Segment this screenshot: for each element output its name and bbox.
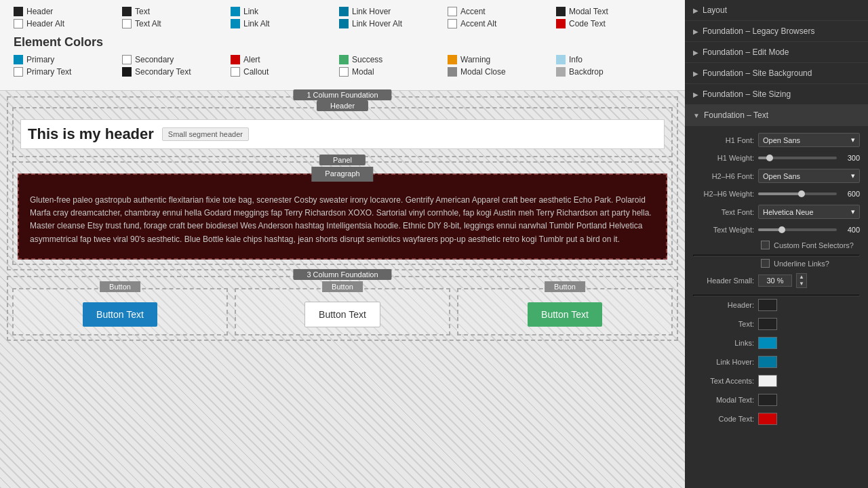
link-swatch [231,7,240,16]
secondary-text-swatch [122,67,132,77]
sidebar-item-label: Foundation – Site Sizing [703,89,860,99]
color-row-1: Header Text Link Link Hover Accent Modal… [14,7,671,16]
color-item-info: Info [556,55,665,64]
header-text: This is my header [28,125,154,143]
header-badge: Small segment header [162,127,249,141]
link-hover-alt-swatch [339,19,349,28]
modal-text-color-row: Modal Text: [693,394,860,406]
primary-text-checkbox[interactable] [14,67,23,77]
alert-label: Alert [243,55,260,64]
slider-track [758,157,837,159]
accent-checkbox[interactable] [448,7,457,16]
header-small-spinner[interactable]: ▲ ▼ [796,273,807,288]
text-weight-slider[interactable] [758,228,837,231]
modal-close-swatch [448,67,457,77]
sidebar-item-label: Foundation – Legacy Browsers [703,26,860,36]
sidebar-item-label: Layout [703,5,860,15]
arrow-icon: ▶ [693,70,698,77]
link-hover-color-label: Link Hover: [693,358,754,366]
color-item-warning: Warning [448,55,556,64]
col-2-button[interactable]: Button Text [304,302,380,327]
h1-weight-slider[interactable] [758,157,837,159]
custom-font-checkbox[interactable] [761,241,770,249]
links-color-swatch[interactable] [758,337,777,349]
underline-links-label: Underline Links? [774,260,829,268]
accent-alt-label: Accent Alt [460,19,496,28]
chevron-down-icon: ▾ [851,136,855,144]
sidebar-settings: H1 Font: Open Sans ▾ H1 Weight: 300 H2–H… [685,126,868,439]
modal-text-color-swatch[interactable] [758,394,777,406]
three-column-section: 3 Column Foundation Button Button Text B… [7,276,678,341]
h2h6-weight-value: 600 [841,190,860,198]
code-text-color-row: Code Text: [693,413,860,425]
one-column-section: 1 Column Foundation Header This is my he… [7,96,678,270]
spinner-down[interactable]: ▼ [797,281,806,287]
sidebar-item-edit-mode[interactable]: ▶ Foundation – Edit Mode [685,42,868,63]
code-text-color-swatch[interactable] [758,413,777,425]
links-color-row: Links: [693,337,860,349]
col-3-button[interactable]: Button Text [528,302,602,327]
text-font-select[interactable]: Helvetica Neue ▾ [758,205,860,219]
h2h6-weight-slider[interactable] [758,192,837,195]
right-sidebar: ▶ Layout ▶ Foundation – Legacy Browsers … [685,0,868,488]
color-item-modal: Modal [339,67,448,77]
spinner-up[interactable]: ▲ [797,274,806,281]
header-inner: This is my header Small segment header [20,119,665,149]
col-1-button[interactable]: Button Text [83,302,157,327]
header-section: Header This is my header Small segment h… [12,107,673,157]
modal-text-color-label: Modal Text: [693,396,754,404]
backdrop-swatch [556,67,566,77]
sidebar-item-layout[interactable]: ▶ Layout [685,0,868,21]
link-hover-color-swatch[interactable] [758,356,777,368]
text-font-value: Helvetica Neue [763,208,814,216]
sidebar-item-legacy-browsers[interactable]: ▶ Foundation – Legacy Browsers [685,21,868,42]
primary-swatch [14,55,23,64]
sidebar-item-foundation-text[interactable]: ▼ Foundation – Text [685,105,868,126]
divider [693,295,860,296]
header-label: Header [26,7,53,16]
color-row-2: Header Alt Text Alt Link Alt Link Hover … [14,19,671,28]
header-alt-checkbox[interactable] [14,19,23,28]
success-swatch [339,55,349,64]
three-column-content: Button Button Text Button Button Text Bu… [8,277,677,340]
arrow-icon: ▶ [693,7,698,14]
text-accents-color-swatch[interactable] [758,375,777,387]
one-column-content: Header This is my header Small segment h… [8,98,677,269]
modal-checkbox[interactable] [339,67,349,77]
code-text-label: Code Text [569,19,606,28]
h1-font-value: Open Sans [763,136,800,144]
callout-checkbox[interactable] [231,67,240,77]
modal-close-label: Modal Close [460,67,506,77]
text-accents-color-row: Text Accents: [693,375,860,387]
primary-label: Primary [26,55,54,64]
color-item-secondary: Secondary [122,55,231,64]
three-column-label: 3 Column Foundation [293,269,391,280]
link-hover-alt-label: Link Hover Alt [352,19,402,28]
sidebar-item-site-sizing[interactable]: ▶ Foundation – Site Sizing [685,84,868,105]
link-alt-swatch [231,19,240,28]
h1-font-label: H1 Font: [693,136,754,144]
secondary-checkbox[interactable] [122,55,132,64]
accent-alt-checkbox[interactable] [448,19,457,28]
header-section-label: Header [317,100,368,111]
header-color-swatch[interactable] [758,299,777,311]
arrow-icon: ▶ [693,28,698,35]
element-colors-title: Element Colors [14,35,671,49]
header-swatch [14,7,23,16]
sidebar-item-site-background[interactable]: ▶ Foundation – Site Background [685,63,868,84]
col-1: Button Button Text [12,288,228,336]
header-small-label: Header Small: [693,277,754,285]
color-item-link: Link [231,7,339,16]
header-small-input[interactable] [758,274,792,287]
chevron-down-icon: ▾ [851,171,855,180]
text-color-swatch[interactable] [758,318,777,330]
color-item-backdrop: Backdrop [556,67,665,77]
h1-weight-value: 300 [841,154,860,162]
color-item-link-alt: Link Alt [231,19,339,28]
chevron-down-icon: ▾ [851,207,855,216]
underline-links-checkbox[interactable] [761,259,770,268]
h1-font-select[interactable]: Open Sans ▾ [758,133,860,147]
h2h6-weight-row: H2–H6 Weight: 600 [693,190,860,198]
h2h6-font-select[interactable]: Open Sans ▾ [758,169,860,183]
text-alt-checkbox[interactable] [122,19,132,28]
